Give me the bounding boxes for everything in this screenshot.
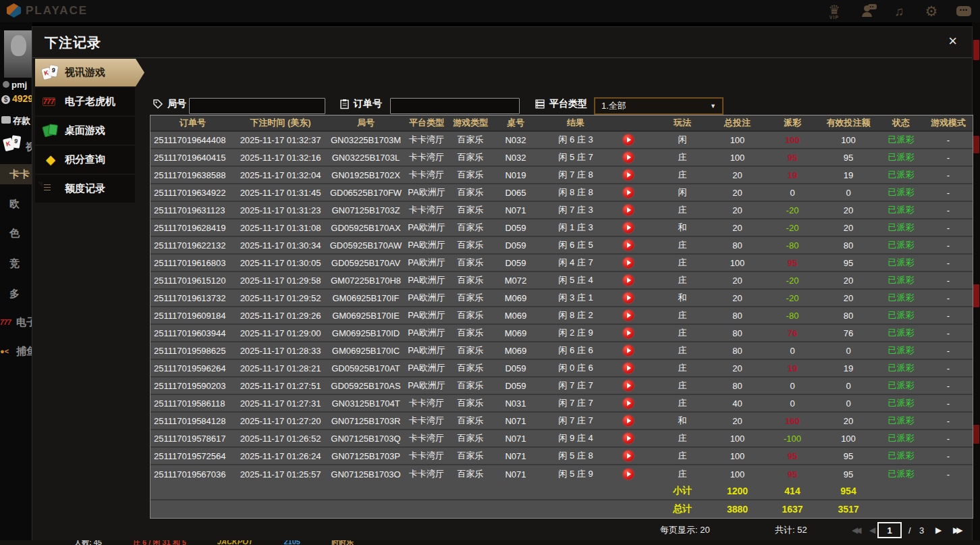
play-video-button[interactable] <box>623 450 634 461</box>
cell-result-text: 闲 5 庄 9 <box>538 468 614 480</box>
cell-valid-bet: 20 <box>819 272 878 288</box>
cell-total-bet: 3880 <box>709 500 766 518</box>
cell-valid-bet: 954 <box>819 483 878 499</box>
play-video-button[interactable] <box>623 205 634 215</box>
play-video-button[interactable] <box>623 152 634 163</box>
cell-payout: 100 <box>766 132 819 148</box>
play-video-button[interactable] <box>623 240 634 251</box>
table-row: 2511170196444082025-11-17 01:32:37GN0322… <box>151 132 973 149</box>
first-page-icon[interactable]: ◀◀ <box>852 521 859 540</box>
cell-order-no: 251117019590203 <box>151 378 235 394</box>
cell-status: 已派彩 <box>878 132 924 148</box>
cell-order-no: 251117019634922 <box>151 184 235 201</box>
play-video-button[interactable] <box>623 310 634 321</box>
cell-result: 闲 5 庄 9 <box>538 465 656 483</box>
deposit-button[interactable]: 存款 <box>1 115 30 127</box>
header-bet-time: 下注时间 (美东) <box>235 115 326 130</box>
play-video-button[interactable] <box>623 415 634 426</box>
settings-gear-icon[interactable]: ⚙ <box>922 1 941 22</box>
header-platform: 平台类型 <box>406 115 447 130</box>
cell-payout: 1637 <box>766 500 819 518</box>
play-video-button[interactable] <box>623 187 634 198</box>
header-result: 结果 <box>538 115 656 130</box>
cell-status: 已派彩 <box>878 413 924 429</box>
round-no-input[interactable] <box>189 98 325 114</box>
cell-game-type <box>447 483 493 499</box>
cell-game-type: 百家乐 <box>447 395 493 411</box>
cell-play-type: 庄 <box>656 395 709 411</box>
round-no-label: 局号 <box>153 98 186 110</box>
lobby-nav-duo[interactable]: 多 <box>0 284 32 304</box>
play-video-button[interactable] <box>623 257 634 268</box>
prev-page-icon[interactable]: ◀ <box>869 521 873 540</box>
cell-valid-bet: 0 <box>819 378 878 394</box>
play-video-button[interactable] <box>623 134 634 145</box>
cell-platform: 卡卡湾厅 <box>406 448 447 464</box>
play-video-button[interactable] <box>623 328 634 338</box>
last-page-icon[interactable]: ▶▶ <box>953 521 960 540</box>
cell-payout: 0 <box>766 342 819 359</box>
play-video-button[interactable] <box>623 170 634 180</box>
music-icon[interactable]: ♫ <box>890 1 908 22</box>
play-video-button[interactable] <box>623 380 634 391</box>
play-video-button[interactable] <box>623 398 634 409</box>
next-page-icon[interactable]: ▶ <box>935 521 939 540</box>
lobby-nav-slots[interactable]: 777电子 <box>0 312 32 332</box>
cell-order-no <box>151 483 235 499</box>
play-video-button[interactable] <box>623 222 634 233</box>
lobby-nav-jing[interactable]: 竞 <box>0 253 32 274</box>
header-game-type: 游戏类型 <box>447 115 493 130</box>
chevron-down-icon: ▼ <box>710 103 716 109</box>
cell-round-no: GN07125B1703P <box>326 448 406 464</box>
cell-platform: 卡卡湾厅 <box>406 132 447 148</box>
page-number-input[interactable] <box>877 522 902 538</box>
lobby-nav-fishing[interactable]: ●˂捕鱼 <box>0 341 32 361</box>
play-video-button[interactable] <box>623 345 634 356</box>
cell-payout: 19 <box>766 360 819 376</box>
cell-valid-bet: 20 <box>819 219 878 236</box>
cell-game-type: 百家乐 <box>447 202 493 218</box>
menu-item-table-games[interactable]: 桌面游戏 <box>35 117 135 145</box>
cell-platform: PA欧洲厅 <box>406 325 447 341</box>
cell-game-type: 百家乐 <box>447 465 493 483</box>
lobby-nav-se[interactable]: 色 <box>0 223 32 243</box>
cell-order-no: 251117019638588 <box>151 167 235 183</box>
order-no-input[interactable] <box>390 98 520 114</box>
header-result-text: 结果 <box>538 117 614 129</box>
vip-crown-icon[interactable]: ♛VIP <box>825 1 844 22</box>
cell-result-text: 闲 5 庄 7 <box>538 151 614 163</box>
lobby-nav-europe[interactable]: 欧 <box>0 194 32 214</box>
cell-platform: 卡卡湾厅 <box>406 167 447 183</box>
cell-table-no: N071 <box>493 430 538 446</box>
menu-item-quota-records[interactable]: 额度记录 <box>35 175 135 203</box>
cell-valid-bet: 20 <box>819 202 878 218</box>
play-video-button[interactable] <box>623 275 634 286</box>
cell-table-no: M069 <box>493 290 538 306</box>
menu-item-points-query[interactable]: ◆ 积分查询 <box>35 146 135 174</box>
play-video-button[interactable] <box>623 469 634 479</box>
balance: $4929 <box>1 93 32 104</box>
cell-result: 闲 4 庄 7 <box>538 255 656 271</box>
lobby-nav-kaka[interactable]: 卡卡 <box>0 164 32 184</box>
cell-game-type: 百家乐 <box>447 378 493 394</box>
menu-item-slots[interactable]: 777 电子老虎机 <box>35 88 135 115</box>
cell-result-text: 闲 9 庄 4 <box>538 432 614 444</box>
cell-total-bet: 40 <box>709 395 766 411</box>
cell-table-no: N019 <box>493 167 538 183</box>
play-video-button[interactable] <box>623 292 634 303</box>
table-row: 2511170196284192025-11-17 01:31:08GD0592… <box>151 219 973 237</box>
chat-icon[interactable]: ••• <box>954 1 973 22</box>
play-video-button[interactable] <box>623 363 634 373</box>
video-games-label-fragment: 视 <box>26 141 32 153</box>
customer-support-icon[interactable]: •• <box>857 1 876 22</box>
cell-table-no: D059 <box>493 360 538 376</box>
menu-item-video-games[interactable]: K9 视讯游戏 <box>35 59 144 86</box>
play-video-button[interactable] <box>623 433 634 444</box>
close-icon[interactable]: × <box>948 34 957 49</box>
platform-type-select[interactable]: 1.全部 ▼ <box>594 97 724 115</box>
edge-fragment <box>973 136 979 153</box>
header-play-type: 玩法 <box>656 115 709 130</box>
page-count: 3 <box>919 521 924 540</box>
total-count-label: 共计: 52 <box>775 521 807 540</box>
cell-platform <box>406 483 447 499</box>
